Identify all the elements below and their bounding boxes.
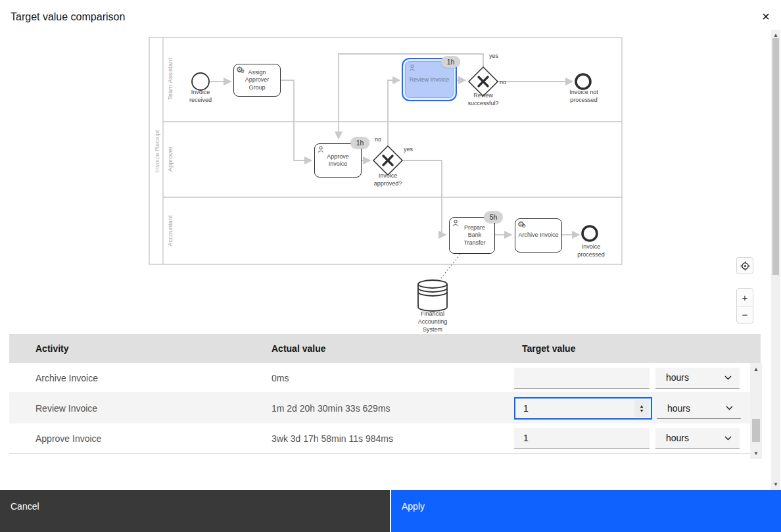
target-value-table: Activity Actual value Target value Archi…	[9, 334, 761, 454]
column-header-target-value: Target value	[506, 343, 761, 354]
activity-cell: Archive Invoice	[9, 373, 272, 383]
label-review-successful: Review successful?	[462, 91, 504, 107]
actual-value-cell: 0ms	[272, 373, 506, 383]
chevron-down-icon	[726, 406, 733, 410]
recenter-button[interactable]	[736, 257, 753, 274]
apply-button[interactable]: Apply	[391, 490, 781, 532]
cancel-button[interactable]: Cancel	[0, 490, 390, 532]
service-task-gear-icon: ⚙⚙	[236, 66, 243, 74]
stepper-down-icon[interactable]: ▾	[640, 408, 643, 413]
task-label: Review Invoice	[410, 76, 450, 83]
edge-label-yes: yes	[404, 146, 413, 153]
page-title: Target value comparison	[11, 11, 125, 23]
scroll-down-icon[interactable]: ▼	[771, 481, 780, 487]
scroll-up-icon[interactable]: ▲	[750, 363, 762, 372]
task-assign-approver-group[interactable]: ⚙⚙ Assign Approver Group	[233, 64, 281, 97]
table-row: Review Invoice 1m 2d 20h 30min 33s 629ms…	[9, 393, 761, 423]
column-header-activity: Activity	[9, 343, 272, 354]
apply-button-label: Apply	[402, 501, 425, 512]
plus-icon: +	[742, 292, 748, 303]
pool-label: Invoice Receipt	[153, 130, 160, 173]
activity-cell: Approve Invoice	[9, 433, 272, 444]
label-invoice-received: Invoice received	[183, 88, 218, 104]
scroll-down-icon[interactable]: ▼	[750, 450, 762, 456]
unit-dropdown[interactable]: hours	[655, 428, 740, 449]
scrollbar-thumb[interactable]	[772, 38, 779, 275]
approve-gateway-shape[interactable]	[373, 146, 402, 175]
target-value-input-focused[interactable]: ▴ ▾	[514, 397, 652, 420]
edge-label-yes: yes	[489, 53, 498, 59]
zoom-in-button[interactable]: +	[737, 289, 753, 306]
number-stepper[interactable]: ▴ ▾	[634, 400, 649, 417]
datastore-shape[interactable]	[418, 280, 447, 311]
minus-icon: −	[742, 309, 748, 320]
task-label: Archive Invoice	[518, 231, 558, 239]
end-event-processed-shape[interactable]	[582, 226, 597, 241]
unit-dropdown-value: hours	[667, 403, 690, 414]
table-row: Approve Invoice 3wk 3d 17h 58min 11s 984…	[9, 423, 761, 454]
scroll-up-icon[interactable]: ▲	[771, 30, 780, 38]
end-event-not-processed-shape[interactable]	[576, 74, 590, 89]
close-icon[interactable]: ✕	[759, 9, 773, 24]
target-value-input[interactable]	[514, 368, 650, 389]
edge-label-no: no	[375, 136, 381, 143]
label-invoice-processed: Invoice processed	[570, 243, 612, 258]
label-invoice-not-processed: Invoice not processed	[563, 88, 605, 104]
lane-label-approver: Approver	[166, 147, 174, 172]
unit-dropdown-value: hours	[666, 372, 689, 383]
chevron-down-icon	[724, 375, 732, 380]
table-row: Archive Invoice 0ms hours	[9, 363, 761, 393]
unit-dropdown[interactable]: hours	[655, 368, 740, 389]
table-header-row: Activity Actual value Target value	[9, 334, 761, 363]
crosshair-icon	[740, 261, 750, 271]
unit-dropdown-value: hours	[666, 433, 689, 443]
unit-dropdown[interactable]: hours	[657, 398, 741, 419]
user-task-icon	[408, 64, 416, 73]
label-invoice-approved: Invoice approved?	[367, 172, 409, 187]
actual-value-cell: 1m 2d 20h 30min 33s 629ms	[272, 403, 506, 414]
cancel-button-label: Cancel	[11, 501, 39, 512]
modal-scrollbar[interactable]: ▲ ▼	[771, 30, 780, 490]
lane-label-accountant: Accountant	[166, 215, 174, 247]
zoom-out-button[interactable]: −	[737, 306, 753, 323]
label-financial-accounting-system: Financial Accounting System	[410, 310, 455, 333]
task-archive-invoice[interactable]: ⚙⚙ Archive Invoice	[515, 218, 562, 253]
zoom-controls: + −	[736, 288, 753, 324]
target-value-input[interactable]	[515, 403, 634, 414]
actual-value-cell: 3wk 3d 17h 58min 11s 984ms	[272, 433, 506, 444]
lane-label-team-assistant: Team Assistant	[166, 58, 174, 100]
target-value-input[interactable]	[514, 428, 650, 449]
data-association	[440, 254, 460, 279]
duration-badge-review: 1h	[441, 56, 460, 68]
user-task-icon	[317, 145, 325, 155]
chevron-down-icon	[724, 436, 732, 441]
service-task-gear-icon: ⚙⚙	[517, 220, 525, 228]
duration-badge-approve: 1h	[350, 137, 369, 149]
edge-label-no: no	[500, 79, 506, 85]
table-scrollbar[interactable]: ▲ ▼	[750, 363, 762, 459]
column-header-actual-value: Actual value	[272, 343, 506, 354]
scrollbar-thumb[interactable]	[752, 419, 760, 442]
user-task-icon	[452, 219, 460, 229]
activity-cell: Review Invoice	[9, 403, 272, 414]
duration-badge-prepare: 5h	[484, 211, 503, 223]
